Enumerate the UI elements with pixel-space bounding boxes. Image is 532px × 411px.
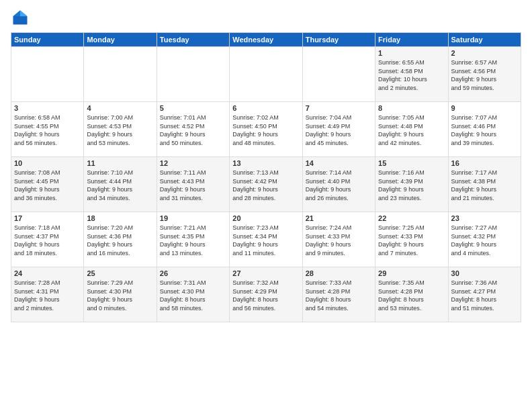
- day-number: 14: [306, 159, 372, 167]
- day-info: Sunrise: 7:04 AM Sunset: 4:49 PM Dayligh…: [306, 113, 372, 147]
- day-number: 24: [14, 269, 81, 277]
- day-number: 16: [451, 159, 518, 167]
- day-info: Sunrise: 7:24 AM Sunset: 4:33 PM Dayligh…: [306, 224, 372, 257]
- day-info: Sunrise: 7:17 AM Sunset: 4:38 PM Dayligh…: [451, 169, 518, 202]
- week-row-2: 10Sunrise: 7:08 AM Sunset: 4:45 PM Dayli…: [11, 157, 521, 212]
- day-info: Sunrise: 7:21 AM Sunset: 4:35 PM Dayligh…: [160, 224, 226, 257]
- calendar-cell: 8Sunrise: 7:05 AM Sunset: 4:48 PM Daylig…: [375, 102, 448, 157]
- calendar-cell: 24Sunrise: 7:28 AM Sunset: 4:31 PM Dayli…: [11, 267, 84, 322]
- day-number: 27: [232, 269, 299, 277]
- day-number: 23: [451, 214, 518, 222]
- calendar-cell: 6Sunrise: 7:02 AM Sunset: 4:50 PM Daylig…: [230, 102, 302, 157]
- header-row: SundayMondayTuesdayWednesdayThursdayFrid…: [11, 33, 521, 47]
- day-number: 4: [87, 104, 153, 112]
- calendar-cell: 14Sunrise: 7:14 AM Sunset: 4:40 PM Dayli…: [302, 157, 375, 212]
- week-row-0: 1Sunrise: 6:55 AM Sunset: 4:58 PM Daylig…: [11, 47, 521, 102]
- day-number: 29: [378, 269, 445, 277]
- calendar-cell: [230, 47, 302, 102]
- day-info: Sunrise: 7:20 AM Sunset: 4:36 PM Dayligh…: [87, 224, 153, 257]
- day-info: Sunrise: 6:55 AM Sunset: 4:58 PM Dayligh…: [378, 58, 445, 92]
- day-number: 25: [87, 269, 153, 277]
- day-number: 13: [232, 159, 299, 167]
- header-sunday: Sunday: [11, 33, 84, 47]
- day-info: Sunrise: 7:25 AM Sunset: 4:33 PM Dayligh…: [378, 224, 445, 257]
- day-info: Sunrise: 7:02 AM Sunset: 4:50 PM Dayligh…: [232, 113, 299, 147]
- day-number: 15: [378, 159, 445, 167]
- logo-icon: [11, 8, 30, 27]
- calendar-cell: 3Sunrise: 6:58 AM Sunset: 4:55 PM Daylig…: [11, 102, 84, 157]
- calendar-cell: 5Sunrise: 7:01 AM Sunset: 4:52 PM Daylig…: [157, 102, 229, 157]
- day-info: Sunrise: 7:05 AM Sunset: 4:48 PM Dayligh…: [378, 113, 445, 147]
- header: [11, 8, 521, 27]
- svg-marker-1: [20, 11, 28, 17]
- day-info: Sunrise: 7:08 AM Sunset: 4:45 PM Dayligh…: [14, 169, 81, 202]
- header-monday: Monday: [84, 33, 157, 47]
- calendar-cell: 9Sunrise: 7:07 AM Sunset: 4:46 PM Daylig…: [448, 102, 521, 157]
- calendar-cell: 25Sunrise: 7:29 AM Sunset: 4:30 PM Dayli…: [84, 267, 157, 322]
- day-info: Sunrise: 7:32 AM Sunset: 4:29 PM Dayligh…: [232, 279, 299, 312]
- day-info: Sunrise: 7:36 AM Sunset: 4:27 PM Dayligh…: [451, 279, 518, 312]
- day-number: 6: [232, 104, 299, 112]
- day-number: 7: [306, 104, 372, 112]
- day-number: 22: [378, 214, 445, 222]
- calendar-cell: 13Sunrise: 7:13 AM Sunset: 4:42 PM Dayli…: [230, 157, 302, 212]
- day-info: Sunrise: 7:11 AM Sunset: 4:43 PM Dayligh…: [160, 169, 226, 202]
- logo: [11, 8, 32, 27]
- calendar-cell: 11Sunrise: 7:10 AM Sunset: 4:44 PM Dayli…: [84, 157, 157, 212]
- day-info: Sunrise: 7:27 AM Sunset: 4:32 PM Dayligh…: [451, 224, 518, 257]
- day-info: Sunrise: 7:16 AM Sunset: 4:39 PM Dayligh…: [378, 169, 445, 202]
- calendar-cell: 22Sunrise: 7:25 AM Sunset: 4:33 PM Dayli…: [375, 212, 448, 267]
- calendar-cell: [84, 47, 157, 102]
- week-row-4: 24Sunrise: 7:28 AM Sunset: 4:31 PM Dayli…: [11, 267, 521, 322]
- week-row-1: 3Sunrise: 6:58 AM Sunset: 4:55 PM Daylig…: [11, 102, 521, 157]
- day-info: Sunrise: 7:29 AM Sunset: 4:30 PM Dayligh…: [87, 279, 153, 312]
- calendar-cell: 15Sunrise: 7:16 AM Sunset: 4:39 PM Dayli…: [375, 157, 448, 212]
- day-number: 19: [160, 214, 226, 222]
- calendar-cell: 27Sunrise: 7:32 AM Sunset: 4:29 PM Dayli…: [230, 267, 302, 322]
- day-info: Sunrise: 7:28 AM Sunset: 4:31 PM Dayligh…: [14, 279, 81, 312]
- day-info: Sunrise: 7:31 AM Sunset: 4:30 PM Dayligh…: [160, 279, 226, 312]
- day-number: 20: [232, 214, 299, 222]
- calendar-table: SundayMondayTuesdayWednesdayThursdayFrid…: [11, 32, 521, 322]
- header-thursday: Thursday: [302, 33, 375, 47]
- day-number: 11: [87, 159, 153, 167]
- svg-marker-2: [13, 11, 21, 17]
- calendar-cell: 16Sunrise: 7:17 AM Sunset: 4:38 PM Dayli…: [448, 157, 521, 212]
- day-info: Sunrise: 7:13 AM Sunset: 4:42 PM Dayligh…: [232, 169, 299, 202]
- day-number: 26: [160, 269, 226, 277]
- day-number: 17: [14, 214, 81, 222]
- day-number: 2: [451, 49, 518, 57]
- day-info: Sunrise: 7:23 AM Sunset: 4:34 PM Dayligh…: [232, 224, 299, 257]
- calendar-cell: 18Sunrise: 7:20 AM Sunset: 4:36 PM Dayli…: [84, 212, 157, 267]
- calendar-cell: 2Sunrise: 6:57 AM Sunset: 4:56 PM Daylig…: [448, 47, 521, 102]
- day-number: 12: [160, 159, 226, 167]
- day-info: Sunrise: 7:35 AM Sunset: 4:28 PM Dayligh…: [378, 279, 445, 312]
- day-info: Sunrise: 7:10 AM Sunset: 4:44 PM Dayligh…: [87, 169, 153, 202]
- day-info: Sunrise: 6:58 AM Sunset: 4:55 PM Dayligh…: [14, 113, 81, 147]
- day-info: Sunrise: 7:07 AM Sunset: 4:46 PM Dayligh…: [451, 113, 518, 147]
- calendar-cell: 21Sunrise: 7:24 AM Sunset: 4:33 PM Dayli…: [302, 212, 375, 267]
- day-number: 3: [14, 104, 81, 112]
- day-number: 10: [14, 159, 81, 167]
- calendar-cell: 4Sunrise: 7:00 AM Sunset: 4:53 PM Daylig…: [84, 102, 157, 157]
- day-number: 8: [378, 104, 445, 112]
- calendar-cell: 28Sunrise: 7:33 AM Sunset: 4:28 PM Dayli…: [302, 267, 375, 322]
- calendar-cell: 7Sunrise: 7:04 AM Sunset: 4:49 PM Daylig…: [302, 102, 375, 157]
- calendar-cell: 19Sunrise: 7:21 AM Sunset: 4:35 PM Dayli…: [157, 212, 229, 267]
- page: SundayMondayTuesdayWednesdayThursdayFrid…: [0, 0, 532, 411]
- header-saturday: Saturday: [448, 33, 521, 47]
- header-wednesday: Wednesday: [230, 33, 302, 47]
- calendar-cell: [302, 47, 375, 102]
- calendar-cell: 10Sunrise: 7:08 AM Sunset: 4:45 PM Dayli…: [11, 157, 84, 212]
- calendar-cell: [11, 47, 84, 102]
- day-number: 5: [160, 104, 226, 112]
- day-info: Sunrise: 7:14 AM Sunset: 4:40 PM Dayligh…: [306, 169, 372, 202]
- day-number: 30: [451, 269, 518, 277]
- day-info: Sunrise: 6:57 AM Sunset: 4:56 PM Dayligh…: [451, 58, 518, 92]
- day-number: 21: [306, 214, 372, 222]
- calendar-cell: 23Sunrise: 7:27 AM Sunset: 4:32 PM Dayli…: [448, 212, 521, 267]
- calendar-cell: 12Sunrise: 7:11 AM Sunset: 4:43 PM Dayli…: [157, 157, 229, 212]
- calendar-cell: 30Sunrise: 7:36 AM Sunset: 4:27 PM Dayli…: [448, 267, 521, 322]
- header-friday: Friday: [375, 33, 448, 47]
- day-info: Sunrise: 7:00 AM Sunset: 4:53 PM Dayligh…: [87, 113, 153, 147]
